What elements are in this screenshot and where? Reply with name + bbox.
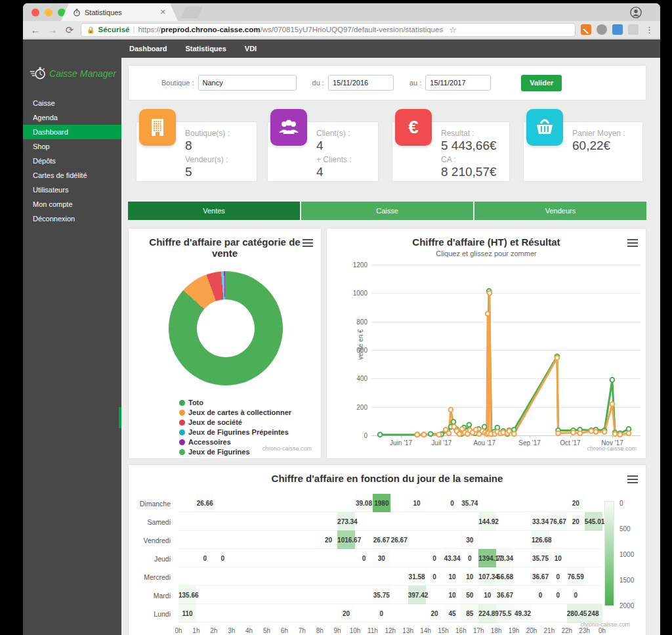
topnav-item-dashboard[interactable]: Dashboard <box>129 45 167 53</box>
heatmap-cell[interactable]: 33.34 <box>532 512 549 531</box>
new-tab-button[interactable] <box>180 7 203 18</box>
data-point-orange[interactable] <box>610 402 615 406</box>
heatmap-cell[interactable]: 66.68 <box>496 567 514 586</box>
heatmap-cell[interactable]: 110 <box>178 604 196 623</box>
sidebar-item-utilisateurs[interactable]: Utilisateurs <box>23 183 121 197</box>
heatmap-cell[interactable]: 50 <box>461 586 478 604</box>
heatmap-cell[interactable]: 31.58 <box>408 567 426 586</box>
address-bar[interactable]: 🔒 Sécurisé | https://preprod.chrono-cais… <box>81 23 576 37</box>
heatmap-cell[interactable]: 0 <box>426 567 444 586</box>
heatmap-cell[interactable]: 76.67 <box>549 512 567 531</box>
data-point-orange[interactable] <box>555 356 560 361</box>
data-point-orange[interactable] <box>457 431 462 436</box>
heatmap-cell[interactable]: 0 <box>196 549 214 567</box>
data-point-orange[interactable] <box>415 433 419 437</box>
heatmap-cell[interactable]: 248 <box>585 604 602 623</box>
heatmap-cell[interactable]: 0 <box>567 586 585 604</box>
line-chart-plot[interactable]: vente en €020040060080010001200Juin '17J… <box>371 265 640 435</box>
blue-extension-icon[interactable] <box>612 24 623 35</box>
donut-chart-menu-icon[interactable] <box>303 239 313 247</box>
sidebar-item-caisse[interactable]: Caisse <box>23 96 121 110</box>
data-point-orange[interactable] <box>507 429 512 433</box>
gray-extension-icon[interactable] <box>628 24 639 35</box>
heatmap-cell[interactable]: 0 <box>355 549 373 567</box>
adblock-extension-icon[interactable] <box>597 24 607 35</box>
heatmap-cell[interactable]: 0 <box>532 586 549 604</box>
data-point-orange[interactable] <box>488 291 492 296</box>
heatmap-cell[interactable]: 0 <box>549 586 567 604</box>
sidebar-item-d-p-ts[interactable]: Dépôts <box>23 154 121 168</box>
heatmap-cell[interactable]: 39.08 <box>355 494 373 512</box>
heatmap-cell[interactable]: 0 <box>426 549 444 567</box>
heatmap-cell[interactable]: 49.32 <box>514 604 532 623</box>
legend-item[interactable]: Toto <box>179 398 291 408</box>
heatmap-cell[interactable]: 0 <box>549 567 567 586</box>
heatmap-cell[interactable]: 135.66 <box>178 586 196 604</box>
heatmap-cell[interactable]: 35.75 <box>532 549 549 567</box>
date-from-input[interactable] <box>328 75 394 91</box>
donut-chart[interactable] <box>169 271 283 385</box>
heatmap-cell[interactable]: 20 <box>337 604 355 623</box>
topnav-item-statistiques[interactable]: Statistiques <box>185 45 226 53</box>
analytics-extension-icon[interactable] <box>581 24 591 35</box>
heatmap-cell[interactable]: 20 <box>426 604 444 623</box>
data-point-green[interactable] <box>452 420 456 424</box>
heatmap-cell[interactable]: 30 <box>373 549 390 567</box>
data-point-orange[interactable] <box>447 431 452 435</box>
heatmap-cell[interactable]: 10 <box>549 549 567 567</box>
heatmap-cell[interactable]: 280.45 <box>567 604 585 623</box>
heatmap-cell[interactable]: 75.5 <box>496 604 514 623</box>
heatmap-cell[interactable]: 10 <box>408 494 426 512</box>
data-point-orange[interactable] <box>474 427 478 432</box>
sidebar-item-d-connexion[interactable]: Déconnexion <box>23 211 121 226</box>
boutique-input[interactable] <box>198 75 297 91</box>
heatmap-cell[interactable]: 397.42 <box>408 586 426 604</box>
browser-tab[interactable]: Statistiques ✕ <box>61 3 178 21</box>
heatmap-cell[interactable]: 10 <box>444 567 461 586</box>
heatmap-cell[interactable]: 43.34 <box>444 549 461 567</box>
heatmap-cell[interactable]: 26.67 <box>390 531 408 549</box>
data-point-green[interactable] <box>378 433 383 437</box>
data-point-orange[interactable] <box>452 425 457 429</box>
heatmap-cell[interactable]: 126.68 <box>532 531 549 549</box>
heatmap-cell[interactable]: 10 <box>444 586 461 604</box>
heatmap-cell[interactable]: 76.59 <box>567 567 585 586</box>
data-point-orange[interactable] <box>589 429 594 433</box>
heatmap-cell[interactable]: 26.67 <box>373 531 390 549</box>
data-point-orange[interactable] <box>422 433 427 437</box>
heatmap-menu-icon[interactable] <box>627 475 638 483</box>
heatmap-cell[interactable]: 36.67 <box>532 567 549 586</box>
heatmap-cell[interactable]: 1016.67 <box>337 531 355 549</box>
data-point-orange[interactable] <box>486 311 490 316</box>
data-point-orange[interactable] <box>594 429 598 434</box>
heatmap-cell[interactable]: 35.74 <box>461 494 478 512</box>
reload-button[interactable]: ⟳ <box>64 25 75 35</box>
back-button[interactable]: ← <box>30 25 41 35</box>
heatmap-cell[interactable]: 20 <box>320 531 337 549</box>
heatmap-cell[interactable]: 35.75 <box>373 586 390 604</box>
close-window-button[interactable] <box>32 9 39 16</box>
legend-item[interactable]: Jeux de Figurines Prépeintes <box>179 427 291 437</box>
heatmap-cell[interactable]: 0 <box>444 494 461 512</box>
topnav-item-vdi[interactable]: VDI <box>245 45 257 53</box>
data-point-green[interactable] <box>610 378 615 382</box>
tab-close-icon[interactable]: ✕ <box>160 8 166 16</box>
legend-item[interactable]: Jeux de société <box>179 418 291 427</box>
heatmap-cell[interactable]: 26.66 <box>196 494 214 512</box>
profile-icon[interactable] <box>630 7 642 18</box>
heatmap-cell[interactable]: 545.01 <box>585 512 602 531</box>
legend-item[interactable]: Jeux de cartes à collectionner <box>179 408 291 418</box>
data-point-orange[interactable] <box>578 431 582 435</box>
line-chart-menu-icon[interactable] <box>627 239 638 247</box>
heatmap-cell[interactable]: 10 <box>461 567 478 586</box>
browser-menu-icon[interactable]: ⋮ <box>645 25 654 35</box>
heatmap-cell[interactable]: 107.34 <box>478 567 496 586</box>
heatmap-cell[interactable]: 45 <box>444 604 461 623</box>
sidebar-item-shop[interactable]: Shop <box>23 139 121 154</box>
data-point-orange[interactable] <box>571 430 576 435</box>
data-point-orange[interactable] <box>618 433 622 437</box>
sidebar-item-agenda[interactable]: Agenda <box>23 110 121 125</box>
heatmap-cell[interactable]: 144.92 <box>478 512 496 531</box>
heatmap-cell[interactable]: 30 <box>461 531 478 549</box>
heatmap-cell[interactable]: 0 <box>214 549 232 567</box>
